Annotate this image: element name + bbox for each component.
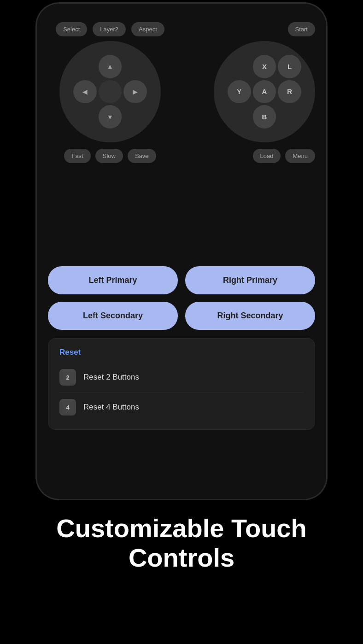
select-button[interactable]: Select [56,22,87,36]
footer-title: Customizable Touch Controls [0,514,363,573]
reset-divider [59,392,304,392]
dpad-center [99,80,122,104]
left-primary-button[interactable]: Left Primary [48,266,178,294]
dpad-left-button[interactable]: ◀ [73,80,97,104]
right-primary-button[interactable]: Right Primary [185,266,315,294]
reset-4-item[interactable]: 4 Reset 4 Buttons [59,394,304,420]
phone-inner: Select Layer2 Aspect ▲ ◀ ▶ ▼ [37,4,326,499]
reset-2-item[interactable]: 2 Reset 2 Buttons [59,364,304,390]
dpad-corner-br [123,105,147,129]
primary-row: Left Primary Right Primary [48,266,315,294]
assignment-area: Left Primary Right Primary Left Secondar… [37,257,326,330]
bottom-right-buttons: Load Menu [253,149,315,163]
reset-2-label: Reset 2 Buttons [83,373,139,382]
reset-section: Reset 2 Reset 2 Buttons 4 Reset 4 Button… [48,338,315,430]
dpad-down-button[interactable]: ▼ [99,105,122,129]
x-button[interactable]: X [253,55,276,78]
action-corner-bl [228,105,251,129]
top-buttons-right: Start [288,22,315,36]
reset-2-icon: 2 [59,369,76,386]
right-controller: Start X L Y A R B [191,22,315,163]
b-button[interactable]: B [253,105,276,129]
fast-button[interactable]: Fast [64,149,90,163]
layer2-button[interactable]: Layer2 [93,22,126,36]
top-buttons-left: Select Layer2 Aspect [56,22,164,36]
load-button[interactable]: Load [253,149,281,163]
save-button[interactable]: Save [128,149,156,163]
action-corner-tl [228,55,251,78]
phone-frame: Select Layer2 Aspect ▲ ◀ ▶ ▼ [37,4,326,499]
action-corner-br [278,105,301,129]
dpad: ▲ ◀ ▶ ▼ [73,55,147,129]
bottom-left-buttons: Fast Slow Save [64,149,156,163]
controller-area: Select Layer2 Aspect ▲ ◀ ▶ ▼ [37,13,326,257]
right-secondary-button[interactable]: Right Secondary [185,302,315,330]
menu-button[interactable]: Menu [285,149,315,163]
left-controller: Select Layer2 Aspect ▲ ◀ ▶ ▼ [48,22,172,163]
left-secondary-button[interactable]: Left Secondary [48,302,178,330]
r-button[interactable]: R [278,80,301,104]
action-cluster: X L Y A R B [214,41,315,142]
action-buttons: X L Y A R B [228,55,301,129]
dpad-up-button[interactable]: ▲ [99,55,122,78]
aspect-button[interactable]: Aspect [131,22,164,36]
dpad-corner-tr [123,55,147,78]
y-button[interactable]: Y [228,80,251,104]
reset-4-icon: 4 [59,399,76,416]
dpad-container: ▲ ◀ ▶ ▼ [59,41,161,142]
reset-title: Reset [59,348,304,357]
secondary-row: Left Secondary Right Secondary [48,302,315,330]
l-button[interactable]: L [278,55,301,78]
reset-4-label: Reset 4 Buttons [83,403,139,412]
a-button[interactable]: A [253,80,276,104]
start-button[interactable]: Start [288,22,315,36]
dpad-right-button[interactable]: ▶ [123,80,147,104]
slow-button[interactable]: Slow [95,149,123,163]
dpad-corner-tl [73,55,97,78]
dpad-corner-bl [73,105,97,129]
